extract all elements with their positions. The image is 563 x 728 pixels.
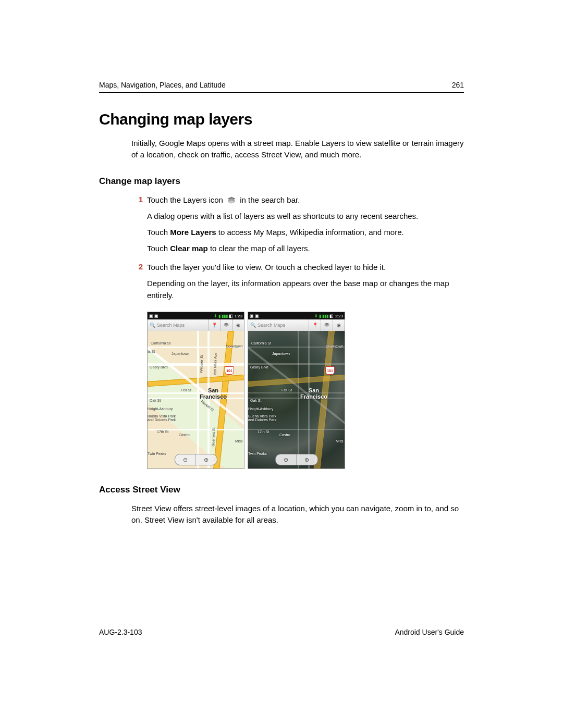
search-icon: 🔍 [250, 323, 256, 328]
search-box: 🔍 Search Maps [148, 319, 209, 331]
map-view-standard: California St rnia St Japantown Downtown… [148, 331, 244, 468]
step-text: in the search bar. [240, 195, 300, 204]
zoom-out-icon: ⊖ [175, 454, 197, 465]
map-label: Haight-Ashbury [148, 407, 173, 411]
page-number: 261 [452, 81, 464, 89]
layers-icon [221, 319, 232, 331]
map-label: Fell St [282, 388, 292, 392]
street-view-paragraph: Street View offers street-level images o… [131, 503, 464, 526]
map-label: Fell St [181, 388, 191, 392]
map-label: Downtown [326, 344, 344, 348]
zoom-control: ⊖ ⊕ [175, 454, 217, 465]
doc-id: AUG-2.3-103 [99, 628, 142, 636]
phone-screenshot-standard: ▣▣ ⬇▮▮▮▮◧1:23 🔍 Search Maps 📍 ◉ [147, 312, 244, 469]
map-label: Guerrero St [211, 427, 215, 447]
map-label: 17th St [157, 430, 168, 434]
highway-shield: 101 [225, 366, 234, 375]
step-text-bold: More Layers [170, 228, 216, 237]
guide-title: Android User's Guide [395, 628, 464, 636]
layers-icon [321, 319, 333, 331]
map-label: Geary Blvd [250, 365, 268, 369]
page-header: Maps, Navigation, Places, and Latitude 2… [99, 81, 464, 93]
phone-toolbar: 🔍 Search Maps 📍 ◉ [148, 319, 244, 331]
step-text-bold: Clear map [170, 244, 208, 253]
step-text: Touch [147, 228, 170, 237]
layers-icon [227, 195, 236, 202]
map-label: Miss [336, 439, 343, 443]
zoom-in-icon: ⊕ [297, 454, 317, 465]
section-heading-change-layers: Change map layers [99, 176, 464, 187]
step-1: 1 Touch the Layers icon in the search ba… [131, 194, 464, 259]
map-label: Haight-Ashbury [248, 407, 273, 411]
map-label: Oak St [150, 399, 161, 402]
phone-status-bar: ▣▣ ⬇▮▮▮▮◧1:23 [248, 312, 345, 319]
status-time: 1:23 [335, 314, 343, 318]
svg-marker-4 [224, 325, 229, 327]
search-placeholder: Search Maps [258, 323, 285, 328]
svg-marker-6 [324, 325, 330, 327]
map-label: Twin Peaks [248, 452, 267, 455]
phone-toolbar: 🔍 Search Maps 📍 ◉ [248, 319, 345, 331]
mylocation-icon: ◉ [232, 319, 244, 331]
screenshot-row: ▣▣ ⬇▮▮▮▮◧1:23 🔍 Search Maps 📍 ◉ [147, 312, 464, 469]
highway-shield: 101 [325, 366, 335, 375]
zoom-control: ⊖ ⊕ [275, 454, 318, 465]
search-box: 🔍 Search Maps [248, 319, 309, 331]
map-label: Webster St [199, 355, 203, 373]
city-label: SanFrancisco [293, 387, 335, 400]
step-text: Touch the Layers icon [147, 195, 223, 204]
map-label: Japantown [172, 352, 189, 355]
map-label: Miss [235, 439, 242, 443]
step-text: A dialog opens with a list of layers as … [147, 210, 464, 222]
step-number: 2 [131, 261, 143, 273]
step-2: 2 Touch the layer you'd like to view. Or… [131, 261, 464, 306]
page-footer: AUG-2.3-103 Android User's Guide [99, 628, 464, 636]
breadcrumb: Maps, Navigation, Places, and Latitude [99, 81, 226, 89]
map-label: Buena Vista Park and Dolores Park [148, 414, 179, 422]
map-label: Castro [179, 433, 190, 437]
map-label: rnia St [147, 350, 155, 353]
step-text: to clear the map of all layers. [208, 244, 310, 253]
step-number: 1 [131, 194, 143, 206]
map-label: 17th St [258, 430, 269, 434]
places-icon: 📍 [309, 319, 321, 331]
step-text: Touch [147, 244, 170, 253]
map-view-satellite: California St Japantown Downtown Geary B… [248, 331, 345, 468]
phone-screenshot-satellite: ▣▣ ⬇▮▮▮▮◧1:23 🔍 Search Maps 📍 ◉ [248, 312, 345, 469]
zoom-in-icon: ⊕ [196, 454, 217, 465]
map-label: Twin Peaks [148, 452, 166, 455]
map-label: Downtown [226, 344, 243, 348]
city-label: SanFrancisco [192, 387, 234, 400]
mylocation-icon: ◉ [333, 319, 345, 331]
map-label: California St [251, 341, 271, 345]
map-label: Van Ness Ave [213, 353, 217, 376]
map-label: Buena Vista Park and Dolores Park [248, 414, 279, 422]
map-label: Japantown [272, 352, 290, 355]
map-label: California St [151, 341, 170, 345]
step-text: to access My Maps, Wikipedia information… [216, 228, 404, 237]
map-label: Castro [279, 433, 290, 437]
status-time: 1:23 [234, 314, 242, 318]
search-placeholder: Search Maps [157, 323, 185, 328]
page-title: Changing map layers [99, 110, 464, 128]
places-icon: 📍 [209, 319, 221, 331]
section-heading-street-view: Access Street View [99, 485, 464, 495]
step-text: Touch the layer you'd like to view. Or t… [147, 261, 464, 273]
map-label: Geary Blvd [150, 365, 168, 369]
phone-status-bar: ▣▣ ⬇▮▮▮▮◧1:23 [148, 312, 244, 319]
map-label: Oak St [250, 399, 261, 402]
zoom-out-icon: ⊖ [276, 454, 297, 465]
step-text: Depending on the layer, its information … [147, 277, 464, 302]
search-icon: 🔍 [150, 323, 155, 328]
intro-paragraph: Initially, Google Maps opens with a stre… [131, 138, 464, 161]
